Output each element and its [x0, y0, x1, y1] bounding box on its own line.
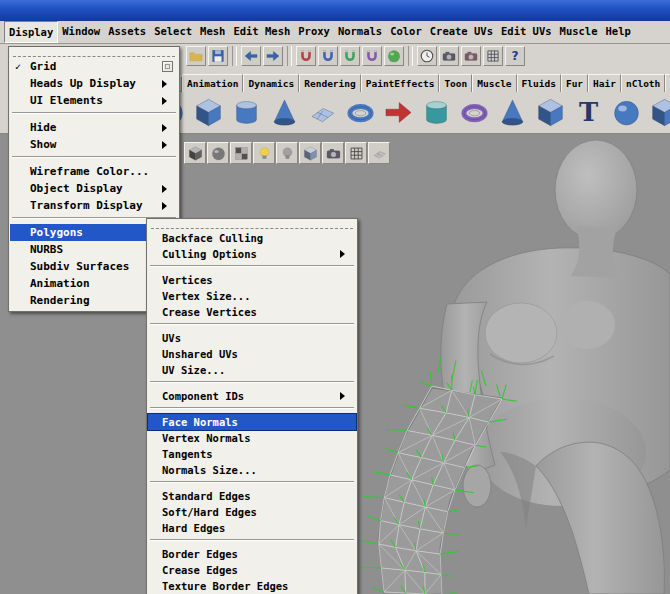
menu-item-label: Normals Size... — [162, 464, 257, 476]
menu-item-crease-vertices[interactable]: Crease Vertices — [148, 304, 356, 320]
menubar-item-create-uvs[interactable]: Create UVs — [426, 21, 497, 43]
undo-icon[interactable] — [241, 46, 261, 66]
make-object-live-icon[interactable] — [384, 46, 404, 66]
poly-torus-icon[interactable] — [342, 95, 378, 131]
shelf-tab-c[interactable]: C — [665, 74, 670, 92]
open-scene-icon[interactable] — [186, 46, 206, 66]
render-settings-icon[interactable] — [483, 46, 503, 66]
smooth-shaded-display-icon[interactable] — [207, 142, 229, 164]
menubar-item-muscle[interactable]: Muscle — [556, 21, 602, 43]
menu-item-label: Standard Edges — [162, 490, 251, 502]
use-all-lights-icon[interactable] — [253, 142, 275, 164]
menu-item-soft-hard-edges[interactable]: Soft/Hard Edges — [148, 504, 356, 520]
menu-item-hard-edges[interactable]: Hard Edges — [148, 520, 356, 536]
menu-separator — [12, 112, 176, 119]
menu-item-vertex-normals[interactable]: Vertex Normals — [148, 430, 356, 446]
menubar-item-assets[interactable]: Assets — [104, 21, 150, 43]
menubar-item-display[interactable]: Display — [4, 21, 58, 43]
shelf-tab-fur[interactable]: Fur — [561, 74, 588, 92]
mirror-geometry-icon[interactable] — [380, 95, 416, 131]
menu-item-backface-culling[interactable]: Backface Culling — [148, 230, 356, 246]
poly-helix-icon[interactable] — [456, 95, 492, 131]
poly-cone-icon[interactable] — [266, 95, 302, 131]
grid-toggle-icon[interactable] — [345, 142, 367, 164]
menu-item-grid[interactable]: Grid — [10, 58, 178, 75]
render-current-frame-icon[interactable] — [439, 46, 459, 66]
menu-item-border-edges[interactable]: Border Edges — [148, 546, 356, 562]
shelf-tab-muscle[interactable]: Muscle — [472, 74, 516, 92]
tearoff-handle[interactable] — [151, 221, 353, 229]
smooth-mesh-icon[interactable] — [608, 95, 644, 131]
menubar-item-window[interactable]: Window — [58, 21, 104, 43]
menu-item-hide[interactable]: Hide — [10, 119, 178, 136]
textured-display-icon[interactable] — [230, 142, 252, 164]
menu-item-label: Rendering — [30, 294, 90, 307]
snap-to-point-icon[interactable] — [340, 46, 360, 66]
menubar-item-edit-uvs[interactable]: Edit UVs — [497, 21, 556, 43]
shelf-tab-animation[interactable]: Animation — [182, 74, 243, 92]
wireframe-display-icon[interactable] — [184, 142, 206, 164]
menu-item-face-normals[interactable]: Face Normals — [148, 414, 356, 430]
option-box-icon[interactable] — [162, 61, 173, 72]
poly-prism-icon[interactable] — [532, 95, 568, 131]
tearoff-handle[interactable] — [13, 49, 175, 57]
menu-item-component-ids[interactable]: Component IDs — [148, 388, 356, 404]
shelf-tab-toon[interactable]: Toon — [439, 74, 472, 92]
menu-item-unshared-uvs[interactable]: Unshared UVs — [148, 346, 356, 362]
shelf-tab-rendering[interactable]: Rendering — [299, 74, 360, 92]
menu-item-wireframe-color[interactable]: Wireframe Color... — [10, 163, 178, 180]
menu-item-tangents[interactable]: Tangents — [148, 446, 356, 462]
menu-item-label: Crease Edges — [162, 564, 238, 576]
menu-item-transform-display[interactable]: Transform Display — [10, 197, 178, 214]
menu-item-label: Vertices — [162, 274, 213, 286]
redo-icon[interactable] — [263, 46, 283, 66]
menu-item-object-display[interactable]: Object Display — [10, 180, 178, 197]
poly-text-icon[interactable]: T — [570, 95, 606, 131]
menu-item-heads-up-display[interactable]: Heads Up Display — [10, 75, 178, 92]
menubar-item-mesh[interactable]: Mesh — [196, 21, 229, 43]
snap-to-view-plane-icon[interactable] — [362, 46, 382, 66]
menu-item-show[interactable]: Show — [10, 136, 178, 153]
shelf-tab-ncloth[interactable]: nCloth — [621, 74, 665, 92]
menubar-item-normals[interactable]: Normals — [334, 21, 386, 43]
menu-item-label: Hide — [30, 121, 57, 134]
shelf-tab-dynamics[interactable]: Dynamics — [243, 74, 299, 92]
help-icon[interactable]: ? — [505, 46, 525, 66]
menubar-item-help[interactable]: Help — [602, 21, 635, 43]
menu-item-culling-options[interactable]: Culling Options — [148, 246, 356, 262]
snap-to-curve-icon[interactable] — [318, 46, 338, 66]
menubar-item-color[interactable]: Color — [386, 21, 426, 43]
xray-display-icon[interactable] — [299, 142, 321, 164]
poly-cylinder-icon[interactable] — [228, 95, 264, 131]
ipr-render-icon[interactable] — [461, 46, 481, 66]
menu-item-vertices[interactable]: Vertices — [148, 272, 356, 288]
extrude-face-icon[interactable] — [646, 95, 670, 131]
menu-item-standard-edges[interactable]: Standard Edges — [148, 488, 356, 504]
menubar-item-select[interactable]: Select — [150, 21, 196, 43]
save-scene-icon[interactable] — [208, 46, 228, 66]
construction-history-icon[interactable] — [417, 46, 437, 66]
poly-plane-icon[interactable] — [304, 95, 340, 131]
menu-item-uvs[interactable]: UVs — [148, 330, 356, 346]
poly-pipe-icon[interactable] — [418, 95, 454, 131]
menu-separator — [150, 323, 354, 330]
menu-item-uv-size[interactable]: UV Size... — [148, 362, 356, 378]
poly-cube-icon[interactable] — [190, 95, 226, 131]
menu-item-normals-size[interactable]: Normals Size... — [148, 462, 356, 478]
menubar-item-proxy[interactable]: Proxy — [294, 21, 334, 43]
poly-pyramid-icon[interactable] — [494, 95, 530, 131]
menubar-item-edit-mesh[interactable]: Edit Mesh — [229, 21, 294, 43]
shadows-icon[interactable] — [276, 142, 298, 164]
shelf-tab-hair[interactable]: Hair — [588, 74, 621, 92]
menu-item-vertex-size[interactable]: Vertex Size... — [148, 288, 356, 304]
menu-separator — [150, 381, 354, 388]
film-gate-icon[interactable] — [368, 142, 390, 164]
camera-settings-icon[interactable] — [322, 142, 344, 164]
menu-item-ui-elements[interactable]: UI Elements — [10, 92, 178, 109]
toolbar-separator — [408, 46, 413, 66]
menu-item-texture-border-edges[interactable]: Texture Border Edges — [148, 578, 356, 594]
shelf-tab-painteffects[interactable]: PaintEffects — [361, 74, 440, 92]
shelf-tab-fluids[interactable]: Fluids — [517, 74, 561, 92]
menu-item-crease-edges[interactable]: Crease Edges — [148, 562, 356, 578]
snap-to-grid-icon[interactable] — [296, 46, 316, 66]
